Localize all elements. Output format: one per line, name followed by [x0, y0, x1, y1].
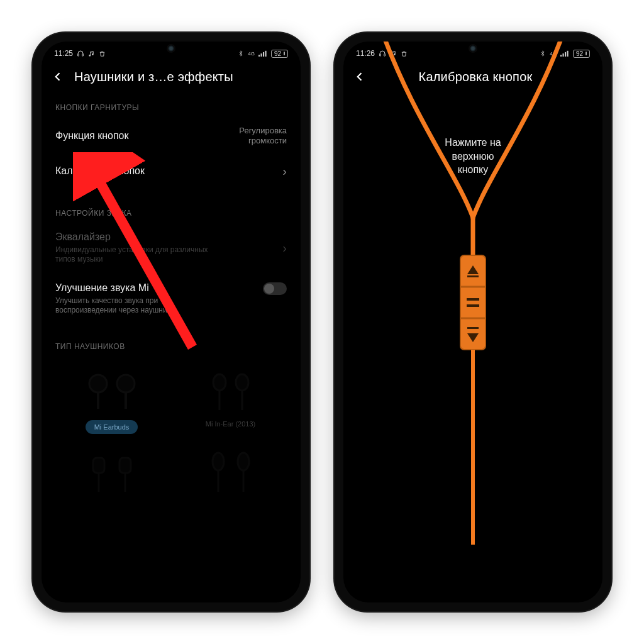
music-icon: [88, 50, 95, 57]
toggle-switch[interactable]: [263, 282, 287, 295]
battery-indicator: 92: [271, 50, 288, 58]
headphone-icon: [77, 50, 84, 57]
page-title: Наушники и з…е эффекты: [74, 70, 233, 84]
section-headset-buttons: КНОПКИ ГАРНИТУРЫ: [42, 92, 301, 117]
row-equalizer[interactable]: Эквалайзер Индивидуальные установки для …: [42, 223, 301, 274]
svg-rect-25: [467, 298, 479, 301]
calibration-illustration: Нажмите на верхнюю кнопку: [343, 42, 602, 552]
section-headphone-type: ТИП НАУШНИКОВ: [42, 325, 301, 356]
row-label: Функция кнопок: [55, 130, 129, 142]
row-label: Эквалайзер: [55, 231, 219, 243]
row-subtitle: Индивидуальные установки для различных т…: [55, 245, 219, 265]
svg-rect-11: [119, 458, 131, 473]
bluetooth-icon: [238, 50, 244, 57]
earbuds-icon: [74, 360, 150, 416]
svg-rect-1: [82, 54, 84, 56]
headphone-name: Mi In-Ear (2013): [206, 420, 255, 428]
row-button-function[interactable]: Функция кнопок Регулировка громкости: [42, 117, 301, 155]
remote-body: [460, 255, 486, 350]
headphone-name: Mi Earbuds: [86, 420, 138, 434]
row-label: Улучшение звука Mi: [55, 282, 219, 294]
headphone-option[interactable]: Mi In-Ear (2013): [174, 360, 287, 434]
settings-content: КНОПКИ ГАРНИТУРЫ Функция кнопок Регулиро…: [42, 89, 301, 600]
svg-rect-4: [263, 52, 264, 57]
row-label: Калибровка кнопок: [55, 165, 145, 177]
chevron-right-icon: ›: [277, 164, 287, 179]
row-value: Регулировка громкости: [239, 126, 287, 147]
svg-rect-2: [258, 55, 260, 57]
notch: [423, 42, 523, 57]
headphone-option[interactable]: [55, 440, 168, 501]
instruction-text: Нажмите на верхнюю кнопку: [445, 136, 501, 177]
svg-rect-5: [265, 51, 266, 57]
network-4g-label: 4G: [248, 51, 255, 57]
status-time: 11:25: [54, 49, 73, 58]
svg-rect-0: [78, 54, 79, 56]
phone-mockup-right: 11:26 4G 92 Калибровка кнопок: [335, 33, 611, 611]
chevron-left-icon: [52, 70, 64, 83]
trash-icon: [99, 50, 106, 57]
capsule-icon: [193, 440, 269, 497]
app-bar: Наушники и з…е эффекты: [42, 63, 301, 89]
chevron-right-icon: ›: [277, 241, 287, 255]
svg-rect-24: [467, 275, 479, 277]
phone-mockup-left: 11:25 4G 92 Наушники и з…е эффекты КНОПК…: [33, 33, 309, 611]
signal-icon: [258, 50, 267, 57]
svg-rect-3: [260, 53, 262, 57]
svg-rect-10: [93, 458, 104, 473]
svg-point-6: [89, 375, 107, 392]
svg-point-9: [236, 374, 248, 391]
svg-rect-27: [467, 327, 479, 329]
svg-point-8: [213, 374, 226, 391]
svg-point-13: [238, 453, 249, 470]
svg-rect-26: [467, 304, 479, 307]
headphone-option[interactable]: [174, 440, 287, 501]
notch: [121, 42, 221, 57]
headphone-option[interactable]: Mi Earbuds: [55, 360, 168, 434]
headphone-cable-icon: [343, 42, 602, 545]
svg-point-7: [117, 375, 135, 392]
section-sound-settings: НАСТРОЙКИ ЗВУКА: [42, 187, 301, 223]
svg-point-12: [213, 453, 224, 470]
row-mi-sound-enhance[interactable]: Улучшение звука Mi Улучшить качество зву…: [42, 274, 301, 325]
piston-icon: [74, 440, 150, 497]
back-button[interactable]: [50, 69, 65, 84]
row-button-calibration[interactable]: Калибровка кнопок ›: [42, 155, 301, 187]
row-subtitle: Улучшить качество звука при воспроизведе…: [55, 296, 219, 316]
in-ear-icon: [193, 360, 269, 416]
